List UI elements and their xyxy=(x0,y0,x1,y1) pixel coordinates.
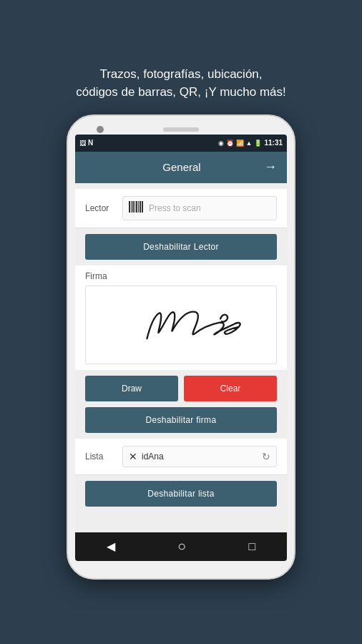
signal-status-icon: ▲ xyxy=(246,140,253,147)
lista-field[interactable]: ✕ idAna ↻ xyxy=(122,446,277,467)
header-title: General xyxy=(99,161,264,173)
home-nav-icon[interactable]: ○ xyxy=(177,538,186,555)
deshabilitar-lista-button[interactable]: Deshabilitar lista xyxy=(85,481,277,507)
speaker xyxy=(163,127,199,132)
phone-screen: 🖼 N ◉ ⏰ 📶 ▲ 🔋 11:31 General → L xyxy=(75,135,287,561)
svg-rect-0 xyxy=(129,201,130,213)
refresh-icon[interactable]: ↻ xyxy=(262,451,270,462)
firma-canvas[interactable] xyxy=(85,286,277,364)
svg-rect-7 xyxy=(142,201,143,213)
header-arrow-icon[interactable]: → xyxy=(264,160,277,175)
app-content: Lector Press xyxy=(75,183,287,532)
press-scan-text: Press to scan xyxy=(149,203,201,213)
barcode-icon xyxy=(129,201,143,215)
status-left: 🖼 N xyxy=(79,139,93,147)
status-right: ◉ ⏰ 📶 ▲ 🔋 11:31 xyxy=(218,139,283,147)
draw-clear-row: Draw Clear xyxy=(85,376,277,401)
lector-label: Lector xyxy=(85,203,122,213)
svg-rect-6 xyxy=(140,201,141,213)
wifi-status-icon: 📶 xyxy=(236,140,244,147)
lista-field-left: ✕ idAna xyxy=(129,451,164,462)
recents-nav-icon[interactable]: □ xyxy=(249,540,256,553)
svg-rect-2 xyxy=(132,201,134,213)
camera xyxy=(97,126,104,133)
battery-status-icon: 🔋 xyxy=(254,140,262,147)
back-nav-icon[interactable]: ◀ xyxy=(107,540,115,553)
n-status-icon: N xyxy=(88,139,93,147)
tagline: Trazos, fotografías, ubicación, códigos … xyxy=(54,65,308,102)
alarm-status-icon: ⏰ xyxy=(226,140,234,147)
location-status-icon: ◉ xyxy=(218,140,224,147)
barcode-field[interactable]: Press to scan xyxy=(122,196,277,220)
status-time: 11:31 xyxy=(264,139,283,147)
firma-section: Firma xyxy=(75,265,287,370)
app-header: General → xyxy=(75,152,287,183)
svg-rect-3 xyxy=(134,201,135,213)
phone-frame: 🖼 N ◉ ⏰ 📶 ▲ 🔋 11:31 General → L xyxy=(67,114,295,580)
tagline-line1: Trazos, fotografías, ubicación, xyxy=(99,67,262,81)
top-spacer xyxy=(75,183,287,189)
svg-rect-1 xyxy=(131,201,132,213)
svg-rect-4 xyxy=(136,201,137,213)
clear-button[interactable]: Clear xyxy=(184,376,277,401)
close-icon[interactable]: ✕ xyxy=(129,451,137,462)
lista-label: Lista xyxy=(85,452,122,462)
lector-row: Lector Press xyxy=(75,189,287,228)
status-bar: 🖼 N ◉ ⏰ 📶 ▲ 🔋 11:31 xyxy=(75,135,287,152)
lista-row: Lista ✕ idAna ↻ xyxy=(75,439,287,475)
lista-value: idAna xyxy=(142,452,164,462)
bottom-spacer xyxy=(75,512,287,518)
nav-bar: ◀ ○ □ xyxy=(75,532,287,561)
tagline-line2: códigos de barras, QR, ¡Y mucho más! xyxy=(76,85,286,99)
firma-label: Firma xyxy=(85,271,277,281)
svg-rect-5 xyxy=(138,201,139,213)
image-status-icon: 🖼 xyxy=(79,140,86,147)
phone-top xyxy=(75,123,287,135)
deshabilitar-firma-button[interactable]: Deshabilitar firma xyxy=(85,407,277,433)
draw-button[interactable]: Draw xyxy=(85,376,178,401)
deshabilitar-lector-button[interactable]: Deshabilitar Lector xyxy=(85,234,277,260)
